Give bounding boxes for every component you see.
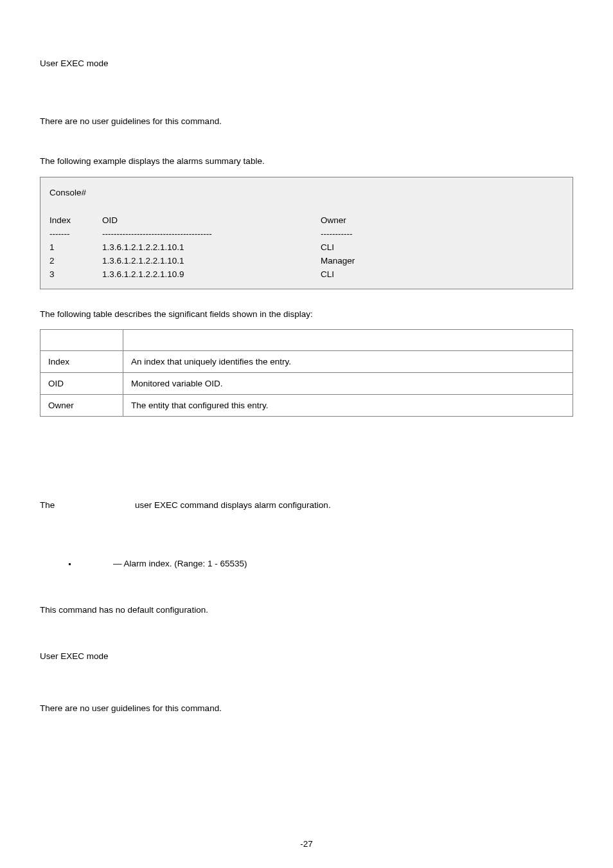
console-cell-owner: CLI: [321, 267, 449, 281]
console-cell-index: 2: [49, 254, 102, 267]
console-row: 1 1.3.6.1.2.1.2.2.1.10.1 CLI: [49, 240, 449, 254]
console-cell-oid: 1.3.6.1.2.1.2.2.1.10.1: [102, 254, 321, 267]
page-number: -27: [0, 839, 613, 849]
command-mode-text-2: User EXEC mode: [40, 651, 573, 662]
console-header-index: Index: [49, 213, 102, 227]
field-name: Index: [40, 351, 123, 373]
table-row: OID Monitored variable OID.: [40, 373, 573, 395]
command-description-tail: user EXEC command displays alarm configu…: [135, 500, 331, 510]
console-header-row: Index OID Owner: [49, 213, 449, 227]
field-desc: The entity that configured this entry.: [123, 395, 573, 417]
console-cell-owner: Manager: [321, 254, 449, 267]
table-header-blank-desc: [123, 330, 573, 351]
console-row: 2 1.3.6.1.2.1.2.2.1.10.1 Manager: [49, 254, 449, 267]
table-header-row: [40, 330, 573, 351]
console-cell-oid: 1.3.6.1.2.1.2.2.1.10.1: [102, 240, 321, 254]
console-header-oid: OID: [102, 213, 321, 227]
example-intro-text: The following example displays the alarm…: [40, 156, 573, 167]
page: User EXEC mode There are no user guideli…: [0, 0, 613, 868]
command-mode-text: User EXEC mode: [40, 58, 573, 69]
table-header-blank-field: [40, 330, 123, 351]
parameter-text: — Alarm index. (Range: 1 - 65535): [113, 559, 247, 568]
field-name: Owner: [40, 395, 123, 417]
command-description-line: Theuser EXEC command displays alarm conf…: [40, 500, 573, 510]
command-description-lead: The: [40, 500, 135, 510]
field-description-table: Index An index that uniquely identifies …: [40, 329, 573, 417]
table-row: Owner The entity that configured this en…: [40, 395, 573, 417]
console-divider-index: -------: [49, 227, 102, 240]
table-row: Index An index that uniquely identifies …: [40, 351, 573, 373]
console-divider-row: ------- --------------------------------…: [49, 227, 449, 240]
field-name: OID: [40, 373, 123, 395]
console-output: Console# Index OID Owner ------- -------…: [40, 177, 573, 289]
user-guidelines-text-2: There are no user guidelines for this co…: [40, 703, 573, 714]
console-cell-oid: 1.3.6.1.2.1.2.2.1.10.9: [102, 267, 321, 281]
console-table: Index OID Owner ------- ----------------…: [49, 213, 449, 281]
user-guidelines-text: There are no user guidelines for this co…: [40, 116, 573, 127]
console-divider-oid: --------------------------------------: [102, 227, 321, 240]
field-desc: Monitored variable OID.: [123, 373, 573, 395]
parameter-list: — Alarm index. (Range: 1 - 65535): [40, 559, 573, 568]
default-config-text: This command has no default configuratio…: [40, 604, 573, 616]
console-cell-owner: CLI: [321, 240, 449, 254]
console-divider-owner: -----------: [321, 227, 449, 240]
fields-intro-text: The following table describes the signif…: [40, 309, 573, 320]
console-prompt: Console#: [49, 186, 564, 199]
console-row: 3 1.3.6.1.2.1.2.2.1.10.9 CLI: [49, 267, 449, 281]
console-header-owner: Owner: [321, 213, 449, 227]
field-desc: An index that uniquely identifies the en…: [123, 351, 573, 373]
parameter-item: — Alarm index. (Range: 1 - 65535): [77, 559, 573, 568]
console-cell-index: 3: [49, 267, 102, 281]
console-cell-index: 1: [49, 240, 102, 254]
